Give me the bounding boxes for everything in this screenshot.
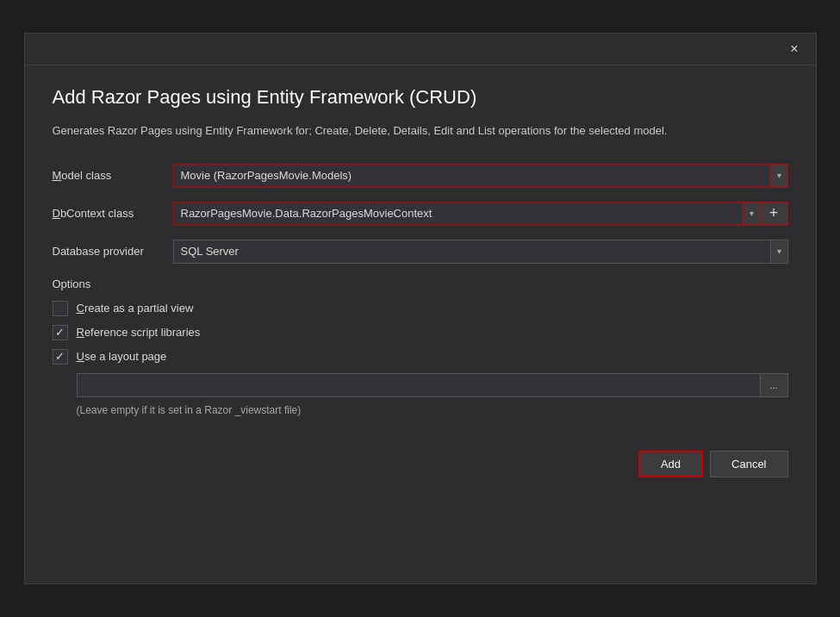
options-label: Options	[53, 277, 788, 290]
dbcontext-class-row: DbContext class RazorPagesMovie.Data.Raz…	[53, 202, 788, 226]
model-class-label: Model class	[53, 169, 173, 182]
model-class-arrow: ▾	[771, 164, 788, 188]
reference-scripts-checkbox[interactable]: ✓	[53, 325, 68, 340]
database-provider-arrow: ▾	[771, 240, 788, 264]
layout-page-input[interactable]	[77, 373, 761, 397]
model-class-control: Movie (RazorPagesMovie.Models) ▾	[173, 164, 788, 188]
database-provider-row: Database provider SQL Server ▾	[53, 240, 788, 264]
use-layout-check: ✓	[55, 351, 65, 362]
add-dbcontext-button[interactable]: +	[761, 202, 788, 226]
dialog-title: Add Razor Pages using Entity Framework (…	[53, 86, 788, 109]
dialog-description: Generates Razor Pages using Entity Frame…	[53, 122, 788, 140]
titlebar: ×	[25, 34, 816, 65]
reference-scripts-row[interactable]: ✓ Reference script libraries	[53, 325, 788, 340]
reference-scripts-label: Reference script libraries	[77, 326, 201, 339]
hint-text: (Leave empty if it is set in a Razor _vi…	[77, 404, 788, 416]
dbcontext-class-arrow: ▾	[744, 202, 761, 226]
cancel-button[interactable]: Cancel	[710, 451, 787, 477]
close-button[interactable]: ×	[783, 41, 805, 58]
partial-view-row[interactable]: Create as a partial view	[53, 301, 788, 316]
database-provider-select[interactable]: SQL Server	[173, 240, 771, 264]
use-layout-row[interactable]: ✓ Use a layout page	[53, 349, 788, 365]
dbcontext-class-select[interactable]: RazorPagesMovie.Data.RazorPagesMovieCont…	[173, 202, 744, 226]
partial-view-checkbox[interactable]	[53, 301, 68, 316]
dialog: × Add Razor Pages using Entity Framework…	[24, 33, 817, 584]
dialog-content: Add Razor Pages using Entity Framework (…	[25, 65, 816, 437]
dbcontext-class-label: DbContext class	[53, 207, 173, 220]
partial-view-label: Create as a partial view	[77, 302, 194, 315]
model-class-row: Model class Movie (RazorPagesMovie.Model…	[53, 164, 788, 188]
database-provider-control: SQL Server ▾	[173, 240, 788, 264]
dbcontext-class-control: RazorPagesMovie.Data.RazorPagesMovieCont…	[173, 202, 788, 226]
database-provider-label: Database provider	[53, 245, 173, 258]
dialog-footer: Add Cancel	[25, 437, 816, 498]
layout-page-row: ...	[77, 373, 788, 397]
reference-scripts-check: ✓	[55, 327, 65, 338]
browse-button[interactable]: ...	[761, 373, 788, 397]
use-layout-label: Use a layout page	[77, 350, 167, 363]
model-class-select[interactable]: Movie (RazorPagesMovie.Models)	[173, 164, 771, 188]
add-button[interactable]: Add	[638, 451, 703, 477]
use-layout-checkbox[interactable]: ✓	[53, 349, 68, 365]
